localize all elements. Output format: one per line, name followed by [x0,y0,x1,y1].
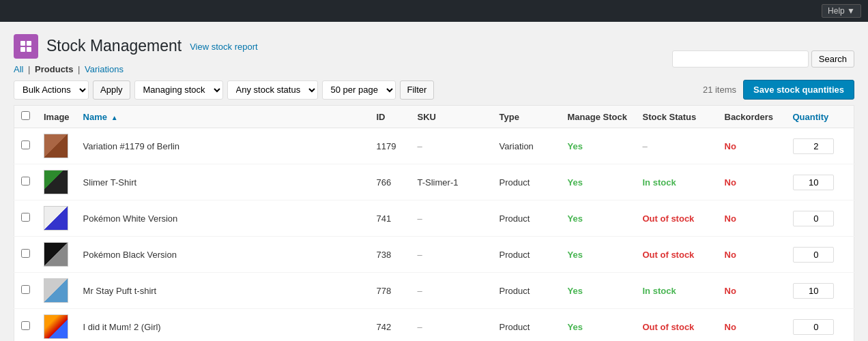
quantity-input[interactable] [793,211,834,226]
row-checkbox-cell[interactable] [14,273,38,309]
row-type-cell: Product [493,201,561,237]
quantity-input[interactable] [793,319,834,335]
row-id-cell: 742 [370,309,411,342]
view-stock-report-link[interactable]: View stock report [190,42,257,52]
quantity-input[interactable] [793,138,834,154]
row-backorders-cell: No [718,201,786,237]
row-checkbox[interactable] [21,285,30,294]
filter-button[interactable]: Filter [400,80,435,100]
name-column-header[interactable]: Name ▲ [76,106,370,128]
row-image-cell [37,164,76,201]
row-sku-cell: T-Slimer-1 [411,164,493,201]
row-name-cell: Slimer T-Shirt [76,164,370,201]
row-checkbox-cell[interactable] [14,237,38,273]
row-quantity-cell[interactable] [786,164,854,201]
row-stock-status-cell: Out of stock [636,309,718,342]
row-type-cell: Product [493,309,561,342]
select-all-header[interactable] [14,106,38,128]
row-sku-cell: – [411,128,493,164]
table-body: Variation #1179 of Berlin 1179 – Variati… [14,128,854,342]
row-sku-cell: – [411,237,493,273]
quantity-input[interactable] [793,247,834,263]
stock-management-icon [14,34,38,59]
svg-rect-0 [20,41,25,46]
svg-rect-1 [27,41,31,46]
nav-products-link[interactable]: Products [35,64,73,74]
nav-all-link[interactable]: All [14,64,23,74]
quantity-input[interactable] [793,175,834,190]
row-checkbox-cell[interactable] [14,164,38,201]
search-input[interactable] [672,50,809,68]
row-stock-status-cell: In stock [636,273,718,309]
row-stock-status-cell: Out of stock [636,201,718,237]
row-manage-stock-cell: Yes [561,201,636,237]
product-image [44,314,68,339]
row-checkbox[interactable] [21,177,30,186]
row-image-cell [37,273,76,309]
per-page-select[interactable]: 50 per page [322,80,396,100]
row-id-cell: 1179 [370,128,411,164]
row-type-cell: Variation [493,128,561,164]
manage-stock-column-header: Manage Stock [561,106,636,128]
row-id-cell: 741 [370,201,411,237]
row-checkbox[interactable] [21,213,30,222]
row-manage-stock-cell: Yes [561,273,636,309]
save-stock-button[interactable]: Save stock quantities [743,80,854,100]
search-button[interactable]: Search [811,50,854,68]
row-id-cell: 778 [370,273,411,309]
table-row: Slimer T-Shirt 766 T-Slimer-1 Product Ye… [14,164,854,201]
image-column-header: Image [37,106,76,128]
row-name-cell: Pokémon White Version [76,201,370,237]
row-name-cell: Mr Stay Puft t-shirt [76,273,370,309]
items-count: 21 items [703,85,736,95]
row-checkbox-cell[interactable] [14,201,38,237]
row-quantity-cell[interactable] [786,128,854,164]
managing-stock-select[interactable]: Managing stock [134,80,223,100]
product-image [44,134,68,158]
row-checkbox[interactable] [21,321,30,330]
sku-column-header: SKU [411,106,493,128]
row-stock-status-cell: Out of stock [636,237,718,273]
row-checkbox-cell[interactable] [14,128,38,164]
quantity-input[interactable] [793,283,834,299]
row-quantity-cell[interactable] [786,309,854,342]
type-column-header: Type [493,106,561,128]
row-backorders-cell: No [718,273,786,309]
apply-button[interactable]: Apply [93,80,130,100]
toolbar-right: 21 items Save stock quantities [703,80,854,100]
toolbar: Bulk Actions Apply Managing stock Any st… [14,80,854,100]
select-all-checkbox[interactable] [21,111,30,120]
row-quantity-cell[interactable] [786,237,854,273]
row-manage-stock-cell: Yes [561,237,636,273]
svg-rect-2 [20,47,25,52]
row-manage-stock-cell: Yes [561,309,636,342]
row-sku-cell: – [411,309,493,342]
row-stock-status-cell: In stock [636,164,718,201]
search-area: Search [672,50,854,68]
product-image [44,242,68,267]
row-checkbox[interactable] [21,249,30,258]
stock-status-select[interactable]: Any stock status [227,80,318,100]
row-quantity-cell[interactable] [786,273,854,309]
row-backorders-cell: No [718,237,786,273]
svg-rect-3 [27,47,31,52]
row-backorders-cell: No [718,128,786,164]
row-checkbox[interactable] [21,140,30,149]
row-image-cell [37,128,76,164]
row-type-cell: Product [493,273,561,309]
row-backorders-cell: No [718,164,786,201]
row-sku-cell: – [411,273,493,309]
backorders-column-header: Backorders [718,106,786,128]
nav-variations-link[interactable]: Variations [85,64,124,74]
help-button[interactable]: Help ▼ [822,4,861,18]
row-checkbox-cell[interactable] [14,309,38,342]
row-backorders-cell: No [718,309,786,342]
product-image [44,170,68,194]
table-row: Mr Stay Puft t-shirt 778 – Product Yes I… [14,273,854,309]
nav-separator-2: | [78,64,83,74]
quantity-column-header[interactable]: Quantity [786,106,854,128]
row-quantity-cell[interactable] [786,201,854,237]
page-title: Stock Management [46,36,182,57]
bulk-actions-select[interactable]: Bulk Actions [14,80,89,100]
row-manage-stock-cell: Yes [561,128,636,164]
